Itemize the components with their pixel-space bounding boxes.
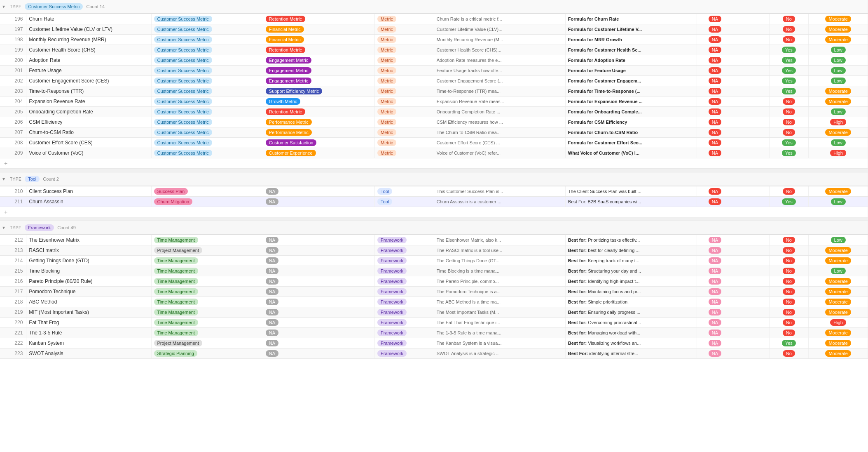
row-number: 199 xyxy=(0,45,26,55)
add-row-tool[interactable]: + xyxy=(0,207,868,217)
row-name: ABC Method xyxy=(26,297,151,307)
row-formula: Best for: Overcoming procrastinat... xyxy=(565,318,697,328)
row-priority: Moderate xyxy=(809,245,868,256)
row-category: Customer Success Metric xyxy=(151,86,263,97)
row-yn: No xyxy=(769,256,809,266)
row-category: Customer Success Metric xyxy=(151,138,263,148)
table-row: 200 Adoption Rate Customer Success Metri… xyxy=(0,55,868,66)
row-name: Feature Usage xyxy=(26,66,151,76)
row-empty xyxy=(733,148,769,158)
row-priority: Moderate xyxy=(809,24,868,35)
row-empty xyxy=(733,287,769,297)
row-empty xyxy=(733,55,769,66)
row-type: Framework xyxy=(375,235,434,245)
row-empty xyxy=(733,297,769,307)
row-formula: The Client Success Plan was built ... xyxy=(565,186,697,197)
row-type: Metric xyxy=(375,14,434,24)
main-table-container: ▾ TYPE Customer Success Metric Count 14 … xyxy=(0,0,868,359)
row-type: Framework xyxy=(375,256,434,266)
row-yn: No xyxy=(769,348,809,359)
row-na: NA xyxy=(697,338,733,348)
row-formula: Formula for Customer Effort Sco... xyxy=(565,138,697,148)
row-empty xyxy=(733,117,769,127)
row-subcategory: NA xyxy=(263,328,374,338)
row-empty xyxy=(733,328,769,338)
row-desc: The RASCI matrix is a tool use... xyxy=(434,245,565,256)
row-name: Kanban System xyxy=(26,338,151,348)
row-yn: No xyxy=(769,117,809,127)
row-subcategory: Performance Metric xyxy=(263,117,374,127)
row-category: Customer Success Metric xyxy=(151,127,263,138)
row-subcategory: NA xyxy=(263,235,374,245)
row-subcategory: NA xyxy=(263,186,374,197)
row-type: Framework xyxy=(375,338,434,348)
row-yn: Yes xyxy=(769,338,809,348)
row-na: NA xyxy=(697,235,733,245)
row-yn: No xyxy=(769,35,809,45)
row-number: 198 xyxy=(0,35,26,45)
add-row-csm[interactable]: + xyxy=(0,158,868,169)
row-number: 218 xyxy=(0,297,26,307)
row-yn: Yes xyxy=(769,66,809,76)
row-empty xyxy=(733,235,769,245)
row-number: 213 xyxy=(0,245,26,256)
row-subcategory: NA xyxy=(263,307,374,318)
row-priority: Low xyxy=(809,76,868,86)
row-type: Metric xyxy=(375,138,434,148)
row-yn: Yes xyxy=(769,197,809,207)
row-priority: Low xyxy=(809,197,868,207)
row-formula: Formula for Churn-to-CSM Ratio xyxy=(565,127,697,138)
row-type: Metric xyxy=(375,35,434,45)
row-empty xyxy=(733,186,769,197)
row-empty xyxy=(733,266,769,276)
row-desc: Feature Usage tracks how ofte... xyxy=(434,66,565,76)
row-category: Customer Success Metric xyxy=(151,45,263,55)
row-priority: Low xyxy=(809,266,868,276)
row-desc: The 1-3-5 Rule is a time mana... xyxy=(434,328,565,338)
row-yn: No xyxy=(769,245,809,256)
row-desc: The Pomodoro Technique is a... xyxy=(434,287,565,297)
row-na: NA xyxy=(697,86,733,97)
row-formula: Best for: Ensuring daily progress ... xyxy=(565,307,697,318)
row-na: NA xyxy=(697,256,733,266)
count-tool: Count 2 xyxy=(43,177,59,181)
row-number: 201 xyxy=(0,66,26,76)
row-type: Metric xyxy=(375,55,434,66)
row-type: Framework xyxy=(375,328,434,338)
row-empty xyxy=(733,338,769,348)
row-number: 205 xyxy=(0,107,26,117)
expand-icon-tool[interactable]: ▾ xyxy=(2,176,5,182)
row-priority: High xyxy=(809,148,868,158)
row-category: Strategic Planning xyxy=(151,348,263,359)
table-row: 217 Pomodoro Technique Time Management N… xyxy=(0,287,868,297)
row-na: NA xyxy=(697,148,733,158)
table-row: 196 Churn Rate Customer Success Metric R… xyxy=(0,14,868,24)
row-formula: What Voice of Customer (VoC) i... xyxy=(565,148,697,158)
row-empty xyxy=(733,35,769,45)
table-row: 208 Customer Effort Score (CES) Customer… xyxy=(0,138,868,148)
row-na: NA xyxy=(697,297,733,307)
row-na: NA xyxy=(697,117,733,127)
table-row: 222 Kanban System Project Management NA … xyxy=(0,338,868,348)
row-formula: Formula for Customer Engagem... xyxy=(565,76,697,86)
row-empty xyxy=(733,14,769,24)
row-subcategory: NA xyxy=(263,297,374,307)
row-na: NA xyxy=(697,245,733,256)
expand-icon-csm[interactable]: ▾ xyxy=(2,4,5,9)
row-na: NA xyxy=(697,276,733,287)
row-desc: The ABC Method is a time ma... xyxy=(434,297,565,307)
row-empty xyxy=(733,66,769,76)
row-empty xyxy=(733,107,769,117)
row-name: Churn Assassin xyxy=(26,197,151,207)
expand-icon-framework[interactable]: ▾ xyxy=(2,225,5,231)
row-category: Time Management xyxy=(151,318,263,328)
row-priority: High xyxy=(809,117,868,127)
row-na: NA xyxy=(697,127,733,138)
row-category: Customer Success Metric xyxy=(151,35,263,45)
row-formula: Best for: Visualizing workflows an... xyxy=(565,338,697,348)
row-formula: Formula for Customer Health Sc... xyxy=(565,45,697,55)
row-category: Project Management xyxy=(151,245,263,256)
row-priority: Moderate xyxy=(809,86,868,97)
row-na: NA xyxy=(697,266,733,276)
row-yn: No xyxy=(769,297,809,307)
